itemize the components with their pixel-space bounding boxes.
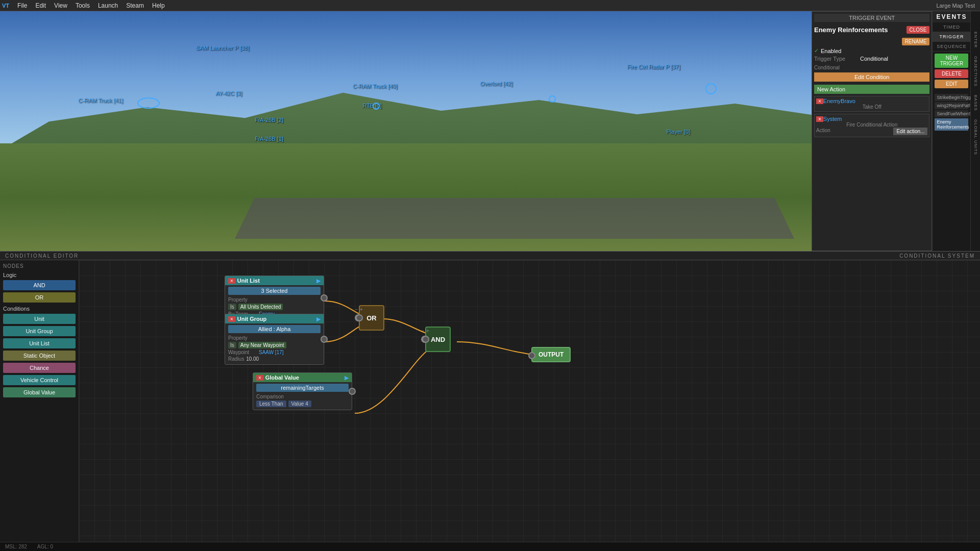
tab-timed[interactable]: TIMED <box>933 22 970 32</box>
app-logo: VT <box>2 3 9 9</box>
events-actions: NEW TRIGGER DELETE EDIT <box>933 52 970 92</box>
global-value-comp-label: Comparison <box>256 394 287 399</box>
events-tabs: TIMED TRIGGER SEQUENCE <box>933 22 970 52</box>
unit-list-port-right <box>321 294 328 302</box>
unit-group-radius-row: Radius 10.00 <box>228 356 321 362</box>
viewport-area: SAM Launcher P [38] Fire Ctrl Radar P [3… <box>0 11 980 251</box>
far-label-objectives: OBJECTIVES <box>973 56 978 87</box>
global-value-remove-btn[interactable]: × <box>256 375 263 381</box>
close-trigger-btn[interactable]: CLOSE <box>906 26 930 34</box>
or-plus[interactable]: + <box>360 307 363 312</box>
node-and-btn[interactable]: AND <box>3 280 76 290</box>
node-globalvalue-btn[interactable]: Global Value <box>3 387 76 397</box>
unit-group-body: Allied : Alpha Property Is Any Near Wayp… <box>225 323 324 364</box>
action-name-1: Fire Conditional Action <box>816 122 927 128</box>
trigger-name: Enemy Reinforcements <box>814 26 888 34</box>
unit-list-selected: 3 Selected <box>228 287 321 295</box>
action-remove-0[interactable]: × <box>816 98 823 104</box>
unit-label-overlord: Overlord [42] <box>480 81 513 87</box>
global-value-comp-number: Value 4 <box>288 400 311 407</box>
tab-trigger[interactable]: TRIGGER <box>933 32 970 42</box>
far-right-sidebar: ENTER OBJECTIVES BASES GLOBAL UNITS <box>970 11 980 251</box>
output-port-left <box>528 352 535 359</box>
or-minus[interactable]: − <box>355 307 358 312</box>
unit-list-node[interactable]: × Unit List ▶ 3 Selected Property Is All… <box>225 276 324 320</box>
cond-editor[interactable]: × Unit List ▶ 3 Selected Property Is All… <box>79 260 980 551</box>
nodes-panel: NODES Logic AND OR Conditions Unit Unit … <box>0 260 79 551</box>
trigger-panel: TRIGGER EVENT Enemy Reinforcements CLOSE… <box>812 11 932 251</box>
action-group-1: System <box>823 116 842 122</box>
unit-list-prop-label: Property <box>228 297 259 303</box>
trigger-item-2[interactable]: SendFuelWhenSafe <box>935 110 968 117</box>
edit-condition-btn[interactable]: Edit Condition <box>814 72 929 82</box>
conditional-system-title: CONDITIONAL SYSTEM <box>899 253 975 259</box>
action-header: New Action <box>814 85 929 94</box>
events-sidebar: EVENTS TIMED TRIGGER SEQUENCE NEW TRIGGE… <box>932 11 970 251</box>
unit-list-is-row: Is All Units Detected <box>228 304 321 310</box>
and-plus[interactable]: + <box>426 328 429 334</box>
global-value-less-than: Less Than <box>256 400 286 407</box>
and-port-right <box>422 336 429 343</box>
trigger-item-3[interactable]: Enemy Reinforcements <box>935 118 968 131</box>
unit-group-header: × Unit Group ▶ <box>225 314 324 323</box>
global-value-header: × Global Value ▶ <box>253 373 352 382</box>
unit-group-radius-label: Radius <box>228 356 244 362</box>
unit-group-remove-btn[interactable]: × <box>228 316 235 322</box>
menu-bar: VT File Edit View Tools Launch Steam Hel… <box>0 0 980 11</box>
node-unit-btn[interactable]: Unit <box>3 314 76 324</box>
runway <box>235 198 794 239</box>
node-staticobject-btn[interactable]: Static Object <box>3 350 76 361</box>
trigger-item-1[interactable]: wing2RejoinPath <box>935 102 968 109</box>
unit-label-fa26b-1: F/A-26B [1] <box>255 136 283 142</box>
menu-edit[interactable]: Edit <box>31 1 50 10</box>
and-minus[interactable]: − <box>421 328 424 334</box>
action-name-0: Take Off <box>816 104 927 110</box>
unit-list-arrow: ▶ <box>316 278 321 284</box>
enabled-label: Enabled <box>821 48 841 54</box>
unit-group-prop-label: Property <box>228 335 259 341</box>
trigger-panel-title: TRIGGER EVENT <box>814 14 929 22</box>
unit-label-ciram: C-RAM Truck [41] <box>79 97 123 104</box>
unit-label-cram: C-RAM Truck [40] <box>353 83 397 89</box>
global-value-comp-val-row: Less Than Value 4 <box>256 400 349 407</box>
and-label: AND <box>431 336 445 343</box>
bottom-section: CONDITIONAL EDITOR CONDITIONAL SYSTEM NO… <box>0 251 980 542</box>
new-trigger-btn[interactable]: NEW TRIGGER <box>935 54 968 68</box>
node-chance-btn[interactable]: Chance <box>3 363 76 373</box>
menu-steam[interactable]: Steam <box>122 1 148 10</box>
delete-trigger-btn[interactable]: DELETE <box>935 69 968 78</box>
node-unitgroup-btn[interactable]: Unit Group <box>3 326 76 336</box>
unit-group-node[interactable]: × Unit Group ▶ Allied : Alpha Property I… <box>225 314 324 365</box>
tab-sequence[interactable]: SEQUENCE <box>933 42 970 52</box>
node-vehiclecontrol-btn[interactable]: Vehicle Control <box>3 375 76 385</box>
action-edit-btn[interactable]: Edit action... <box>893 128 927 135</box>
menu-help[interactable]: Help <box>148 1 169 10</box>
trigger-type-field: Trigger Type Conditional <box>814 56 929 62</box>
output-node[interactable]: OUTPUT <box>531 347 571 362</box>
msl-label: MSL <box>5 544 16 549</box>
unit-group-waypoint-row: Waypoint SAAW [17] <box>228 349 321 355</box>
action-detail-1: Action Edit action... <box>816 128 927 135</box>
conditions-label: Conditions <box>3 306 76 312</box>
node-or-btn[interactable]: OR <box>3 292 76 303</box>
unit-group-value: Allied : Alpha <box>228 325 321 333</box>
global-value-node[interactable]: × Global Value ▶ remainingTargets Compar… <box>253 372 352 410</box>
trigger-list: StrikeBeginTrigger wing2RejoinPath SendF… <box>933 92 970 134</box>
action-remove-1[interactable]: × <box>816 116 823 122</box>
unit-list-remove-btn[interactable]: × <box>228 278 235 284</box>
menu-file[interactable]: File <box>13 1 31 10</box>
unit-label-firecrl: Fire Ctrl Radar P [37] <box>627 64 680 70</box>
menu-view[interactable]: View <box>50 1 71 10</box>
menu-launch[interactable]: Launch <box>94 1 122 10</box>
far-label-enter: ENTER <box>973 32 978 48</box>
unit-group-title: Unit Group <box>237 316 266 322</box>
unit-list-property-row: Property <box>228 297 321 303</box>
rename-trigger-btn[interactable]: RENAME <box>902 38 930 45</box>
unit-group-is: Is <box>228 342 236 348</box>
action-row-1: × System Fire Conditional Action Action … <box>814 114 929 137</box>
node-unitlist-btn[interactable]: Unit List <box>3 338 76 348</box>
trigger-item-0[interactable]: StrikeBeginTrigger <box>935 94 968 101</box>
unit-label-rtb: RTB [0] <box>362 103 381 109</box>
menu-tools[interactable]: Tools <box>71 1 94 10</box>
edit-trigger-btn[interactable]: EDIT <box>935 80 968 88</box>
